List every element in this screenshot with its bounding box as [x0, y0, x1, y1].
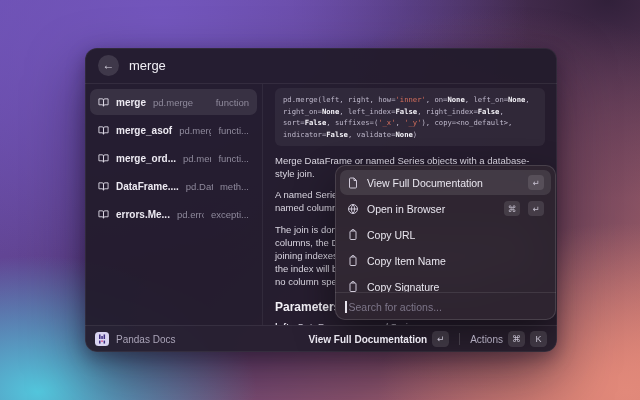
actions-button[interactable]: Actions ⌘ K [470, 331, 547, 347]
results-list: merge pd.merge function merge_asof pd.me… [85, 84, 263, 325]
menu-item-label: View Full Documentation [367, 177, 520, 189]
search-header: ← [85, 48, 557, 84]
menu-item-label: Open in Browser [367, 203, 496, 215]
menu-item-label: Copy URL [367, 229, 544, 241]
actions-search-input[interactable] [349, 301, 547, 313]
return-key-badge: ↵ [432, 331, 449, 347]
menu-item-copy-item-name[interactable]: Copy Item Name [340, 248, 551, 273]
list-item-subtitle: pd.merge [153, 97, 209, 108]
menu-item-copy-url[interactable]: Copy URL [340, 222, 551, 247]
actions-search [335, 292, 556, 320]
list-item-title: errors.Me... [116, 209, 170, 220]
return-key-badge: ↵ [528, 175, 544, 190]
raycast-window: ← merge pd.merge function merge_asof pd.… [85, 48, 557, 352]
clipboard-icon [347, 281, 359, 293]
actions-menu-items: View Full Documentation ↵ Open in Browse… [335, 165, 556, 292]
command-key-badge: ⌘ [508, 331, 525, 347]
clipboard-icon [347, 255, 359, 267]
back-arrow-icon: ← [103, 55, 115, 76]
list-item-errors-mergeerror[interactable]: errors.Me... pd.errors... excepti... [90, 201, 257, 227]
list-item-type: excepti... [211, 209, 249, 220]
back-button[interactable]: ← [98, 55, 119, 76]
list-item-title: merge [116, 97, 146, 108]
clipboard-icon [347, 229, 359, 241]
list-item-subtitle: pd.errors... [177, 209, 204, 220]
footer-divider [459, 333, 460, 345]
menu-item-label: Copy Item Name [367, 255, 544, 267]
document-icon [347, 177, 359, 189]
return-key-badge: ↵ [528, 201, 544, 216]
menu-item-open-in-browser[interactable]: Open in Browser ⌘ ↵ [340, 196, 551, 221]
list-item-type: meth... [220, 181, 249, 192]
footer-bar: Pandas Docs View Full Documentation ↵ Ac… [85, 325, 557, 352]
primary-action-label: View Full Documentation [308, 334, 427, 345]
list-item-title: merge_ord... [116, 153, 176, 164]
list-item-merge[interactable]: merge pd.merge function [90, 89, 257, 115]
app-name: Pandas Docs [116, 334, 175, 345]
list-item-subtitle: pd.DataF... [186, 181, 213, 192]
pandas-docs-icon [95, 332, 109, 346]
command-key-badge: ⌘ [504, 201, 520, 216]
view-full-documentation-button[interactable]: View Full Documentation ↵ [308, 331, 449, 347]
list-item-type: functi... [218, 125, 249, 136]
menu-item-label: Copy Signature [367, 281, 544, 293]
actions-label: Actions [470, 334, 503, 345]
list-item-type: function [216, 97, 249, 108]
text-caret [345, 301, 347, 313]
book-icon [98, 125, 109, 136]
k-key-badge: K [530, 331, 547, 347]
book-icon [98, 153, 109, 164]
list-item-merge-ordered[interactable]: merge_ord... pd.merge... functi... [90, 145, 257, 171]
book-icon [98, 97, 109, 108]
book-icon [98, 181, 109, 192]
list-item-subtitle: pd.merge... [179, 125, 211, 136]
actions-menu: View Full Documentation ↵ Open in Browse… [335, 165, 556, 320]
list-item-subtitle: pd.merge... [183, 153, 211, 164]
list-item-title: DataFrame.... [116, 181, 179, 192]
list-item-type: functi... [218, 153, 249, 164]
list-item-title: merge_asof [116, 125, 172, 136]
menu-item-copy-signature[interactable]: Copy Signature [340, 274, 551, 292]
menu-item-view-full-documentation[interactable]: View Full Documentation ↵ [340, 170, 551, 195]
signature-code: pd.merge(left, right, how='inner', on=No… [275, 88, 545, 146]
list-item-merge-asof[interactable]: merge_asof pd.merge... functi... [90, 117, 257, 143]
search-input[interactable] [129, 58, 429, 73]
book-icon [98, 209, 109, 220]
list-item-dataframe-merge[interactable]: DataFrame.... pd.DataF... meth... [90, 173, 257, 199]
globe-icon [347, 203, 359, 215]
